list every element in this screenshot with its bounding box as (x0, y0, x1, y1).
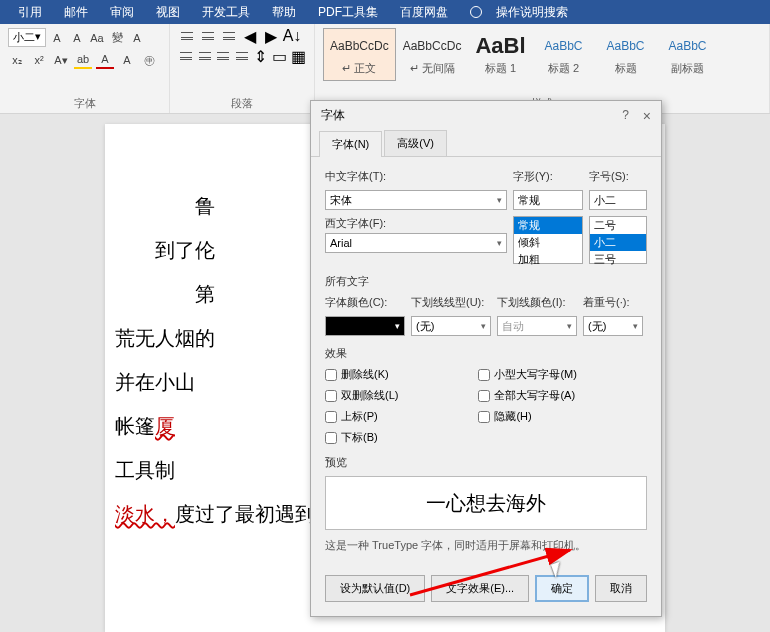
dialog-titlebar[interactable]: 字体 ? × (311, 101, 661, 130)
list-item[interactable]: 三号 (590, 251, 646, 268)
bulb-icon (470, 6, 482, 18)
font-color-label: 字体颜色(C): (325, 295, 405, 310)
shrink-font-button[interactable]: A (68, 29, 86, 47)
phonetic-guide-button[interactable]: 變 (108, 29, 126, 47)
char-border-button[interactable]: A (128, 29, 146, 47)
chinese-font-label: 中文字体(T): (325, 169, 507, 184)
bullets-button[interactable] (178, 28, 196, 44)
tab-pdf[interactable]: PDF工具集 (308, 0, 388, 25)
style-nospacing[interactable]: AaBbCcDc↵ 无间隔 (396, 28, 469, 81)
align-center-button[interactable] (197, 48, 213, 64)
style-subtitle[interactable]: AaBbC副标题 (657, 28, 719, 81)
mouse-cursor-icon (553, 562, 567, 582)
font-color-combo[interactable]: ▾ (325, 316, 405, 336)
emphasis-label: 着重号(·): (583, 295, 643, 310)
increase-indent-button[interactable]: ▶ (262, 28, 280, 44)
cancel-button[interactable]: 取消 (595, 575, 647, 602)
multilevel-button[interactable] (220, 28, 238, 44)
effects-label: 效果 (325, 346, 647, 361)
font-style-listbox[interactable]: 常规 倾斜 加粗 (513, 216, 583, 264)
tab-help[interactable]: 帮助 (262, 0, 306, 25)
font-style-label: 字形(Y): (513, 169, 583, 184)
align-left-button[interactable] (178, 48, 194, 64)
tab-baidu[interactable]: 百度网盘 (390, 0, 458, 25)
subscript-button[interactable]: x² (30, 51, 48, 69)
list-item[interactable]: 加粗 (514, 251, 582, 268)
sort-button[interactable]: A↓ (283, 28, 301, 44)
emphasis-combo[interactable]: (无)▾ (583, 316, 643, 336)
list-item[interactable]: 小二 (590, 234, 646, 251)
font-size-input[interactable]: 小二 (589, 190, 647, 210)
dialog-tabs: 字体(N) 高级(V) (311, 130, 661, 157)
line-spacing-button[interactable]: ⇕ (253, 48, 269, 64)
preview-note: 这是一种 TrueType 字体，同时适用于屏幕和打印机。 (325, 538, 647, 553)
superscript-button[interactable]: x₂ (8, 51, 26, 69)
font-group-label: 字体 (8, 94, 161, 111)
set-default-button[interactable]: 设为默认值(D) (325, 575, 425, 602)
underline-color-combo: 自动▾ (497, 316, 577, 336)
style-title[interactable]: AaBbC标题 (595, 28, 657, 81)
subscript-checkbox[interactable]: 下标(B) (325, 430, 398, 445)
tab-references[interactable]: 引用 (8, 0, 52, 25)
hidden-checkbox[interactable]: 隐藏(H) (478, 409, 577, 424)
chinese-font-combo[interactable]: 宋体▾ (325, 190, 507, 210)
enclose-char-button[interactable]: ㊥ (140, 51, 158, 69)
font-size-label: 字号(S): (589, 169, 647, 184)
smallcaps-checkbox[interactable]: 小型大写字母(M) (478, 367, 577, 382)
style-heading1[interactable]: AaBl标题 1 (468, 28, 532, 81)
preview-label: 预览 (325, 455, 647, 470)
justify-button[interactable] (234, 48, 250, 64)
western-font-combo[interactable]: Arial▾ (325, 233, 507, 253)
style-normal[interactable]: AaBbCcDc↵ 正文 (323, 28, 396, 81)
ribbon-tabs: 引用 邮件 审阅 视图 开发工具 帮助 PDF工具集 百度网盘 操作说明搜索 (0, 0, 770, 24)
strikethrough-checkbox[interactable]: 删除线(K) (325, 367, 398, 382)
double-strike-checkbox[interactable]: 双删除线(L) (325, 388, 398, 403)
char-shading-button[interactable]: A (118, 51, 136, 69)
font-style-input[interactable]: 常规 (513, 190, 583, 210)
dialog-close-button[interactable]: × (643, 108, 651, 124)
font-size-combo[interactable]: 小二▾ (8, 28, 46, 47)
list-item[interactable]: 常规 (514, 217, 582, 234)
font-group: 小二▾ A A Aa 變 A x₂ x² A▾ ab A A ㊥ 字体 (0, 24, 170, 113)
text-effects-button[interactable]: 文字效果(E)... (431, 575, 529, 602)
dialog-help-button[interactable]: ? (622, 108, 629, 124)
all-text-label: 所有文字 (325, 274, 647, 289)
allcaps-checkbox[interactable]: 全部大写字母(A) (478, 388, 577, 403)
dialog-tab-font[interactable]: 字体(N) (319, 131, 382, 157)
dialog-title: 字体 (321, 107, 345, 124)
font-size-listbox[interactable]: 二号 小二 三号 (589, 216, 647, 264)
style-heading2[interactable]: AaBbC标题 2 (533, 28, 595, 81)
western-font-label: 西文字体(F): (325, 216, 507, 231)
dialog-tab-advanced[interactable]: 高级(V) (384, 130, 447, 156)
font-color-button[interactable]: A (96, 51, 114, 69)
decrease-indent-button[interactable]: ◀ (241, 28, 259, 44)
tab-mailings[interactable]: 邮件 (54, 0, 98, 25)
numbering-button[interactable] (199, 28, 217, 44)
align-right-button[interactable] (215, 48, 231, 64)
font-dialog: 字体 ? × 字体(N) 高级(V) 中文字体(T): 字形(Y): 字号(S)… (310, 100, 662, 617)
underline-color-label: 下划线颜色(I): (497, 295, 577, 310)
list-item[interactable]: 倾斜 (514, 234, 582, 251)
highlight-button[interactable]: ab (74, 51, 92, 69)
paragraph-group: ◀ ▶ A↓ ⇕ ▭ ▦ 段落 (170, 24, 315, 113)
superscript-checkbox[interactable]: 上标(P) (325, 409, 398, 424)
shading-button[interactable]: ▭ (272, 48, 288, 64)
borders-button[interactable]: ▦ (290, 48, 306, 64)
tab-view[interactable]: 视图 (146, 0, 190, 25)
preview-box: 一心想去海外 (325, 476, 647, 530)
change-case-button[interactable]: Aa (88, 29, 106, 47)
paragraph-group-label: 段落 (178, 94, 306, 111)
tab-developer[interactable]: 开发工具 (192, 0, 260, 25)
list-item[interactable]: 二号 (590, 217, 646, 234)
text-effect-button[interactable]: A▾ (52, 51, 70, 69)
underline-style-label: 下划线线型(U): (411, 295, 491, 310)
grow-font-button[interactable]: A (48, 29, 66, 47)
underline-style-combo[interactable]: (无)▾ (411, 316, 491, 336)
tab-review[interactable]: 审阅 (100, 0, 144, 25)
